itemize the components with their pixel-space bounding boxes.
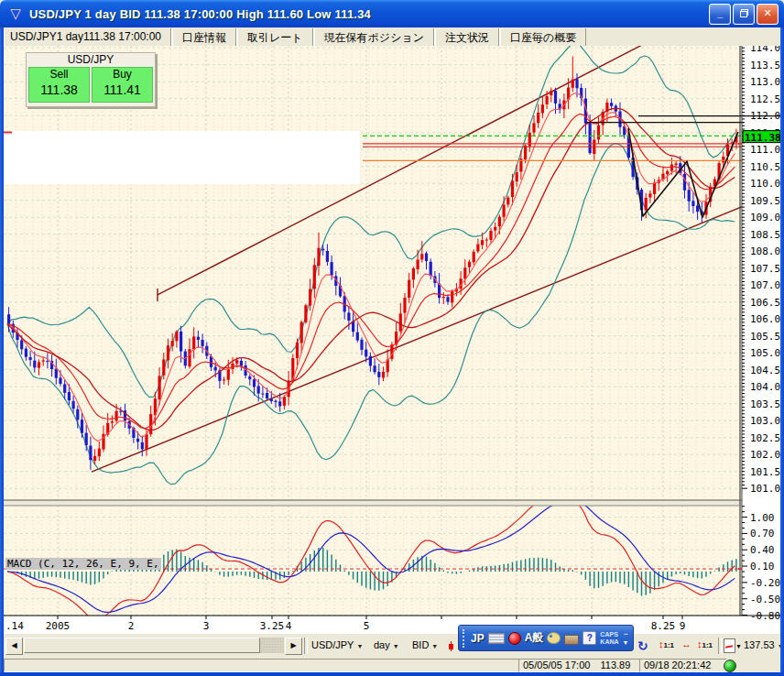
price-chart[interactable]: 114.00113.50113.00112.50112.00111.50111.… [4, 46, 780, 636]
tab-open-positions[interactable]: 現在保有ポジション [313, 28, 434, 46]
ime-toolbox-icon[interactable] [564, 635, 579, 645]
svg-text:9: 9 [680, 620, 686, 632]
status-clock-panel: 09/18 20:21:42 [639, 659, 727, 672]
svg-text:110.00: 110.00 [750, 178, 780, 190]
pair-dropdown[interactable]: USD/JPY▼ [311, 639, 363, 650]
caps-indicator[interactable]: CAPS [600, 631, 618, 638]
svg-text:101.50: 101.50 [750, 466, 780, 478]
connection-status-icon [724, 660, 736, 672]
toolbar-separator [718, 638, 722, 654]
app-icon: ▽ [7, 5, 24, 22]
ime-ball-icon[interactable] [508, 632, 521, 645]
fit-vertical-icon[interactable]: ↕1:1 [659, 638, 674, 653]
scrollbar-track[interactable] [24, 638, 284, 653]
svg-text:108.00: 108.00 [750, 245, 780, 257]
sell-quote-button[interactable]: Sell 111.38 [28, 67, 90, 103]
scale-dropdown[interactable]: 137.53▼ [744, 639, 784, 650]
keyboard-icon[interactable] [488, 633, 505, 644]
svg-text:112.50: 112.50 [750, 93, 780, 105]
title-bar: ▽ USD/JPY 1 day BID 111.38 17:00:00 High… [0, 0, 784, 27]
svg-text:106.00: 106.00 [750, 313, 780, 325]
window-border-bottom [0, 672, 784, 676]
close-button[interactable]: ✕ [757, 4, 779, 25]
svg-text:0.70: 0.70 [750, 528, 775, 540]
tab-account-info[interactable]: 口座情報 [171, 28, 236, 46]
svg-text:102.50: 102.50 [750, 432, 780, 444]
report-icon[interactable]: ▼ [724, 638, 742, 653]
ime-help-icon[interactable]: ? [583, 631, 596, 645]
svg-text:3: 3 [203, 620, 210, 632]
quote-panel: USD/JPY Sell 111.38 Buy 111.41 [26, 52, 156, 107]
svg-text:8.25: 8.25 [651, 620, 676, 632]
window-title: USD/JPY 1 day BID 111.38 17:00:00 High 1… [29, 7, 371, 21]
svg-text:-0.20: -0.20 [750, 577, 780, 589]
svg-text:107.00: 107.00 [750, 279, 780, 291]
tab-account-summary[interactable]: 口座毎の概要 [499, 28, 586, 46]
tab-order-status[interactable]: 注文状況 [434, 28, 499, 46]
restore-button[interactable] [733, 4, 755, 25]
sell-price: 111.38 [29, 82, 89, 99]
svg-text:111.38: 111.38 [745, 132, 780, 144]
svg-text:113.50: 113.50 [750, 60, 780, 71]
ime-palette-icon[interactable] [547, 632, 561, 644]
svg-text:2: 2 [128, 620, 135, 632]
cursor-time: 05/05/05 17:00 [523, 660, 590, 671]
svg-text:113.00: 113.00 [750, 76, 780, 88]
chevron-down-icon: ▼ [356, 643, 363, 649]
buy-quote-button[interactable]: Buy 111.41 [92, 67, 153, 103]
bottom-toolbar: ◀ ▶ USD/JPY▼ day▼ BID▼ ▼ ↻ ↕1:1 ↔ ↕1:1 [4, 636, 780, 658]
fit-horizontal-icon[interactable]: ↔ [681, 638, 691, 653]
status-panel-empty [4, 659, 524, 672]
status-cursor-panel: 05/05/05 17:00 113.89 [518, 659, 645, 672]
refresh-chart-icon[interactable]: ↻ [637, 638, 648, 653]
svg-text:106.50: 106.50 [750, 297, 780, 309]
svg-text:104.50: 104.50 [750, 365, 780, 376]
period-dropdown[interactable]: day▼ [374, 639, 399, 650]
scroll-left-button[interactable]: ◀ [5, 638, 23, 655]
svg-text:103.50: 103.50 [750, 398, 780, 410]
ime-minimize-button[interactable]: − [623, 630, 629, 638]
ime-options-button[interactable]: ▼ [623, 638, 629, 647]
svg-text:109.50: 109.50 [750, 195, 780, 207]
chevron-down-icon: ▼ [393, 643, 399, 649]
svg-text:111.00: 111.00 [750, 144, 780, 156]
ime-input-mode-button[interactable]: A般 [525, 630, 544, 646]
clock: 09/18 20:21:42 [644, 660, 711, 671]
ime-grip-handle[interactable] [463, 629, 467, 648]
svg-text:0.10: 0.10 [750, 561, 775, 572]
svg-text:104.00: 104.00 [750, 381, 780, 393]
ime-language-bar: JP A般 ? CAPS KANA − ▼ [458, 625, 634, 651]
svg-text:.14: .14 [5, 620, 24, 632]
svg-text:112.00: 112.00 [750, 110, 780, 122]
svg-text:4: 4 [286, 620, 292, 632]
scroll-right-button[interactable]: ▶ [285, 638, 302, 655]
svg-text:114.00: 114.00 [750, 46, 780, 54]
cursor-price: 113.89 [600, 660, 630, 671]
tab-trade-rates[interactable]: 取引レート [236, 28, 313, 46]
svg-text:1.00: 1.00 [750, 512, 775, 524]
kana-indicator[interactable]: KANA [600, 638, 618, 646]
svg-text:105.50: 105.50 [750, 331, 780, 343]
svg-text:109.00: 109.00 [750, 212, 780, 224]
chevron-down-icon: ▼ [735, 643, 742, 649]
svg-text:-0.50: -0.50 [750, 594, 780, 605]
toolbar-separator [304, 638, 308, 654]
fit-both-icon[interactable]: ↕1:1 [697, 638, 713, 653]
buy-label: Buy [93, 68, 152, 82]
chart-tab[interactable]: USD/JPY1 day111.38 17:00:00 [4, 28, 171, 46]
scrollbar-thumb[interactable] [24, 638, 260, 653]
svg-text:3.25: 3.25 [260, 620, 285, 632]
candlestick-icon [449, 641, 453, 651]
buy-price: 111.41 [93, 82, 152, 99]
svg-text:107.50: 107.50 [750, 263, 780, 275]
macd-indicator-label[interactable]: MACD (C, 12, 26, E, 9, E, [5, 558, 161, 570]
svg-text:108.50: 108.50 [750, 229, 780, 241]
minimize-button[interactable]: _ [709, 4, 731, 25]
side-dropdown[interactable]: BID▼ [412, 639, 438, 650]
svg-text:110.50: 110.50 [750, 161, 780, 173]
chevron-down-icon: ▼ [431, 643, 438, 649]
svg-text:102.00: 102.00 [750, 449, 780, 461]
ime-language-button[interactable]: JP [471, 632, 485, 645]
status-bar: 05/05/05 17:00 113.89 09/18 20:21:42 [4, 658, 780, 672]
svg-text:2005: 2005 [46, 620, 71, 632]
